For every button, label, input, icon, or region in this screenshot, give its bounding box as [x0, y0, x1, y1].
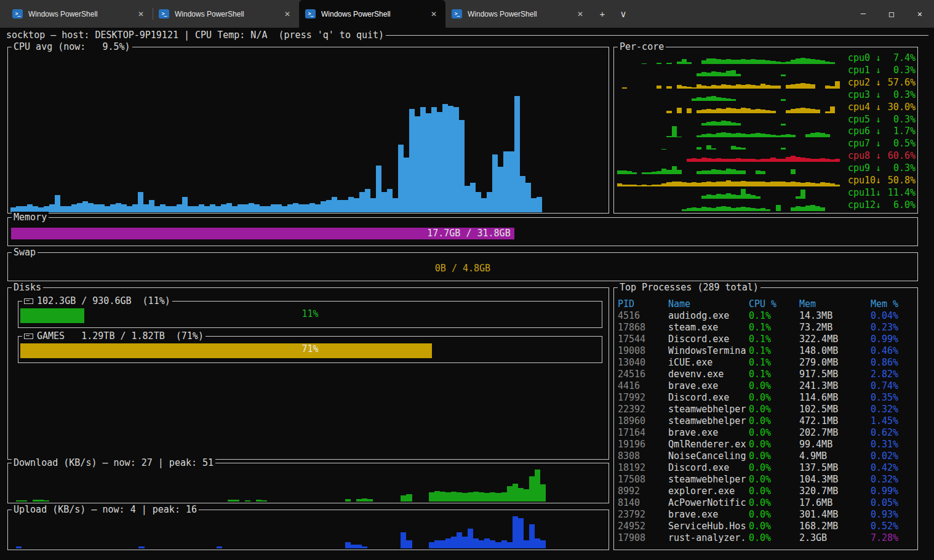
chart-bar: [810, 59, 815, 64]
tab-windows-powershell[interactable]: >_Windows PowerShell✕: [299, 0, 445, 28]
process-row: 18960steamwebhelper0.0%472.1MB1.45%: [615, 415, 916, 427]
core-name: cpu3: [848, 89, 876, 101]
cpu3-label: cpu3↓0.3%: [848, 89, 916, 101]
process-table-header: PID Name CPU % Mem Mem %: [615, 298, 916, 310]
disk-games-title: GAMES 1.29TB / 1.82TB (71%): [22, 330, 206, 342]
chart-bar: [362, 498, 367, 502]
process-mem: 102.5MB: [799, 404, 871, 415]
chart-bar: [726, 59, 731, 64]
chart-bar: [810, 159, 815, 162]
chart-bar: [731, 60, 736, 64]
process-cpu-pct: 0.1%: [749, 322, 799, 334]
chart-bar: [815, 206, 820, 211]
tab-windows-powershell[interactable]: >_Windows PowerShell✕: [153, 0, 299, 28]
chart-bar: [617, 170, 622, 174]
chart-bar: [116, 203, 121, 212]
panel-swap: Swap 0B / 4.8GB: [7, 252, 918, 281]
process-mem: 202.7MB: [799, 427, 871, 439]
tab-close-icon[interactable]: ✕: [428, 10, 439, 18]
maximize-button[interactable]: □: [877, 0, 906, 28]
chart-bar: [204, 206, 210, 212]
chart-bar: [825, 86, 830, 89]
minimize-button[interactable]: ─: [849, 0, 877, 28]
tab-dropdown-button[interactable]: ∨: [613, 0, 634, 28]
chart-bar: [760, 159, 765, 162]
panel-cpu-avg: CPU avg (now: 9.5%): [7, 47, 609, 214]
chart-bar: [805, 84, 810, 89]
chart-bar: [507, 486, 513, 502]
process-mem-pct: 0.23%: [871, 322, 916, 334]
panel-disks: Disks 102.3GB / 930.6GB (11%) 11% GAMES …: [7, 287, 609, 460]
core-row-cpu6: cpu6↓1.7%: [617, 126, 916, 137]
process-pid: 8140: [618, 497, 668, 509]
chart-bar: [666, 63, 671, 64]
chart-bar: [381, 192, 387, 212]
tab-windows-powershell[interactable]: >_Windows PowerShell✕: [6, 0, 153, 28]
chart-bar: [356, 499, 362, 502]
cpu6-sparkline: [617, 126, 845, 137]
chart-bar: [711, 182, 716, 186]
chart-bar: [451, 537, 457, 549]
close-button[interactable]: ✕: [906, 0, 934, 28]
cpu0-sparkline: [617, 52, 845, 64]
chart-bar: [261, 500, 267, 502]
chart-bar: [760, 110, 765, 113]
process-pid: 17508: [618, 474, 668, 486]
chart-bar: [760, 60, 765, 64]
tab-title: Windows PowerShell: [175, 10, 276, 18]
disk-games-pct: 71%: [20, 343, 600, 355]
chart-bar: [420, 107, 426, 212]
chart-bar: [770, 86, 775, 89]
chart-bar: [716, 170, 721, 175]
tab-title: Windows PowerShell: [321, 10, 423, 18]
chart-bar: [800, 183, 805, 186]
process-cpu-pct: 0.0%: [749, 404, 799, 415]
tab-windows-powershell[interactable]: >_Windows PowerShell✕: [445, 0, 592, 28]
chart-bar: [786, 134, 791, 138]
chart-bar: [781, 182, 786, 186]
trend-down-icon: ↓: [876, 52, 885, 64]
process-row: 4416brave.exe0.0%241.3MB0.74%: [615, 380, 916, 392]
tab-close-icon[interactable]: ✕: [135, 10, 146, 18]
chart-bar: [632, 185, 637, 186]
chart-bar: [751, 110, 756, 113]
chart-bar: [726, 98, 731, 101]
process-row: 24952ServiceHub.Hos0.0%168.2MB0.52%: [615, 521, 916, 532]
chart-bar: [726, 85, 731, 89]
chart-bar: [746, 108, 751, 113]
chart-bar: [751, 195, 756, 199]
chart-bar: [687, 183, 692, 186]
cpu10-label: cpu10↓50.8%: [848, 175, 916, 186]
chart-bar: [731, 182, 736, 187]
chart-bar: [228, 500, 233, 502]
core-row-cpu10: cpu10↓50.8%: [617, 175, 916, 186]
new-tab-button[interactable]: +: [592, 0, 613, 28]
chart-bar: [810, 84, 815, 89]
chart-bar: [701, 98, 706, 101]
chart-bar: [473, 492, 479, 502]
chart-bar: [16, 500, 22, 502]
chart-bar: [810, 133, 815, 138]
core-name: cpu5: [848, 114, 876, 126]
core-pct: 0.5%: [885, 138, 916, 150]
chart-bar: [529, 476, 535, 502]
process-name: brave.exe: [668, 380, 749, 392]
trend-down-icon: ↓: [876, 150, 885, 162]
process-mem-pct: 0.32%: [871, 474, 916, 486]
process-cpu-pct: 0.1%: [749, 345, 799, 357]
process-mem-pct: 1.45%: [871, 415, 916, 427]
core-pct: 60.6%: [885, 150, 916, 162]
chart-bar: [731, 122, 736, 126]
core-row-cpu12: cpu12↓6.0%: [617, 199, 916, 211]
chart-bar: [805, 158, 810, 162]
powershell-icon: >_: [452, 9, 462, 18]
chart-bar: [726, 159, 731, 162]
terminal-content[interactable]: socktop — host: DESKTOP-9P19121 | CPU Te…: [0, 28, 934, 560]
core-row-cpu7: cpu7↓0.5%: [617, 138, 916, 150]
chart-bar: [666, 182, 671, 186]
chart-bar: [810, 109, 815, 113]
process-cpu-pct: 0.0%: [749, 462, 799, 474]
tab-close-icon[interactable]: ✕: [575, 10, 586, 18]
chart-bar: [661, 149, 666, 150]
tab-close-icon[interactable]: ✕: [282, 10, 293, 18]
